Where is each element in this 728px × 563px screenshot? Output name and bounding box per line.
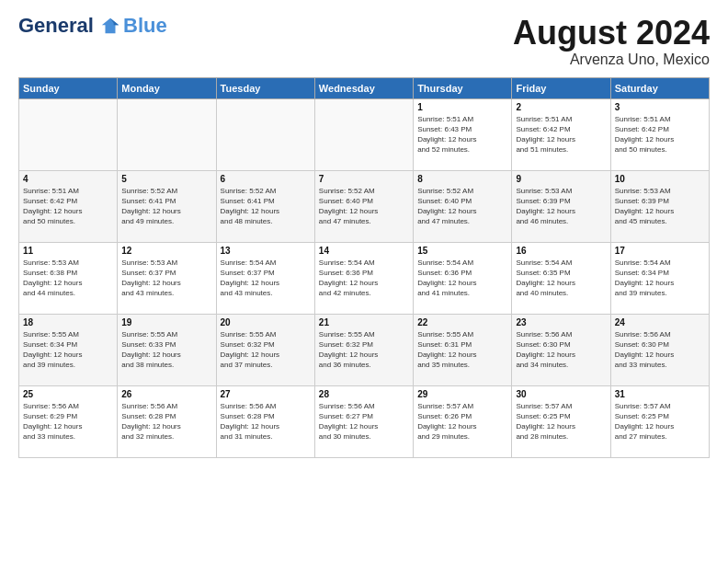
logo: General Blue bbox=[18, 15, 167, 37]
day-info: Sunrise: 5:52 AM Sunset: 6:40 PM Dayligh… bbox=[319, 186, 409, 227]
week-row-2: 4Sunrise: 5:51 AM Sunset: 6:42 PM Daylig… bbox=[19, 170, 710, 242]
day-info: Sunrise: 5:52 AM Sunset: 6:41 PM Dayligh… bbox=[221, 186, 311, 227]
title-block: August 2024 Arvenza Uno, Mexico bbox=[513, 15, 710, 68]
day-cell: 21Sunrise: 5:55 AM Sunset: 6:32 PM Dayli… bbox=[314, 314, 413, 385]
day-cell: 19Sunrise: 5:55 AM Sunset: 6:33 PM Dayli… bbox=[118, 314, 216, 385]
day-number: 18 bbox=[23, 317, 113, 327]
week-row-3: 11Sunrise: 5:53 AM Sunset: 6:38 PM Dayli… bbox=[19, 242, 710, 314]
day-number: 21 bbox=[319, 317, 409, 327]
day-number: 15 bbox=[417, 246, 507, 256]
day-number: 30 bbox=[516, 389, 606, 399]
day-number: 29 bbox=[417, 389, 507, 399]
col-monday: Monday bbox=[118, 77, 216, 98]
day-info: Sunrise: 5:57 AM Sunset: 6:26 PM Dayligh… bbox=[417, 401, 507, 442]
day-info: Sunrise: 5:57 AM Sunset: 6:25 PM Dayligh… bbox=[615, 401, 705, 442]
day-number: 5 bbox=[121, 174, 211, 184]
day-cell: 23Sunrise: 5:56 AM Sunset: 6:30 PM Dayli… bbox=[512, 314, 610, 385]
day-cell: 2Sunrise: 5:51 AM Sunset: 6:42 PM Daylig… bbox=[512, 98, 610, 170]
day-info: Sunrise: 5:54 AM Sunset: 6:34 PM Dayligh… bbox=[615, 258, 705, 299]
col-thursday: Thursday bbox=[414, 77, 512, 98]
day-number: 17 bbox=[615, 246, 705, 256]
day-info: Sunrise: 5:56 AM Sunset: 6:30 PM Dayligh… bbox=[516, 329, 606, 371]
day-cell: 7Sunrise: 5:52 AM Sunset: 6:40 PM Daylig… bbox=[314, 170, 413, 242]
day-number: 11 bbox=[23, 246, 113, 256]
day-cell: 4Sunrise: 5:51 AM Sunset: 6:42 PM Daylig… bbox=[19, 170, 118, 242]
day-number: 13 bbox=[221, 246, 311, 256]
calendar-body: 1Sunrise: 5:51 AM Sunset: 6:43 PM Daylig… bbox=[19, 98, 710, 457]
day-cell: 3Sunrise: 5:51 AM Sunset: 6:42 PM Daylig… bbox=[610, 98, 709, 170]
week-row-1: 1Sunrise: 5:51 AM Sunset: 6:43 PM Daylig… bbox=[19, 98, 710, 170]
day-info: Sunrise: 5:56 AM Sunset: 6:28 PM Dayligh… bbox=[121, 401, 211, 442]
day-info: Sunrise: 5:54 AM Sunset: 6:35 PM Dayligh… bbox=[516, 258, 606, 299]
day-info: Sunrise: 5:53 AM Sunset: 6:39 PM Dayligh… bbox=[615, 186, 705, 227]
day-cell: 28Sunrise: 5:56 AM Sunset: 6:27 PM Dayli… bbox=[314, 385, 413, 457]
day-cell: 26Sunrise: 5:56 AM Sunset: 6:28 PM Dayli… bbox=[118, 385, 216, 457]
day-info: Sunrise: 5:51 AM Sunset: 6:42 PM Dayligh… bbox=[516, 114, 606, 155]
day-number: 24 bbox=[615, 317, 705, 327]
day-info: Sunrise: 5:55 AM Sunset: 6:33 PM Dayligh… bbox=[121, 329, 211, 371]
day-number: 22 bbox=[417, 317, 507, 327]
col-friday: Friday bbox=[512, 77, 610, 98]
day-number: 23 bbox=[516, 317, 606, 327]
day-info: Sunrise: 5:53 AM Sunset: 6:37 PM Dayligh… bbox=[121, 258, 211, 299]
day-number: 25 bbox=[23, 389, 113, 399]
day-number: 7 bbox=[319, 174, 409, 184]
day-info: Sunrise: 5:55 AM Sunset: 6:32 PM Dayligh… bbox=[319, 329, 409, 371]
day-number: 4 bbox=[23, 174, 113, 184]
logo-text: General bbox=[18, 15, 121, 37]
day-info: Sunrise: 5:51 AM Sunset: 6:43 PM Dayligh… bbox=[417, 114, 507, 155]
day-number: 6 bbox=[221, 174, 311, 184]
header: General Blue August 2024 Arvenza Uno, Me… bbox=[18, 15, 710, 68]
day-cell: 31Sunrise: 5:57 AM Sunset: 6:25 PM Dayli… bbox=[610, 385, 709, 457]
day-cell bbox=[118, 98, 216, 170]
day-number: 27 bbox=[221, 389, 311, 399]
day-cell: 24Sunrise: 5:56 AM Sunset: 6:30 PM Dayli… bbox=[610, 314, 709, 385]
day-info: Sunrise: 5:53 AM Sunset: 6:38 PM Dayligh… bbox=[23, 258, 113, 299]
day-info: Sunrise: 5:55 AM Sunset: 6:31 PM Dayligh… bbox=[417, 329, 507, 371]
day-cell: 22Sunrise: 5:55 AM Sunset: 6:31 PM Dayli… bbox=[414, 314, 512, 385]
day-info: Sunrise: 5:54 AM Sunset: 6:37 PM Dayligh… bbox=[221, 258, 311, 299]
day-cell: 29Sunrise: 5:57 AM Sunset: 6:26 PM Dayli… bbox=[414, 385, 512, 457]
col-saturday: Saturday bbox=[610, 77, 709, 98]
day-cell: 5Sunrise: 5:52 AM Sunset: 6:41 PM Daylig… bbox=[118, 170, 216, 242]
day-number: 3 bbox=[615, 102, 705, 112]
day-number: 2 bbox=[516, 102, 606, 112]
day-info: Sunrise: 5:53 AM Sunset: 6:39 PM Dayligh… bbox=[516, 186, 606, 227]
day-cell: 27Sunrise: 5:56 AM Sunset: 6:28 PM Dayli… bbox=[216, 385, 314, 457]
day-info: Sunrise: 5:52 AM Sunset: 6:41 PM Dayligh… bbox=[121, 186, 211, 227]
day-number: 12 bbox=[121, 246, 211, 256]
day-cell: 17Sunrise: 5:54 AM Sunset: 6:34 PM Dayli… bbox=[610, 242, 709, 314]
day-number: 10 bbox=[615, 174, 705, 184]
week-row-4: 18Sunrise: 5:55 AM Sunset: 6:34 PM Dayli… bbox=[19, 314, 710, 385]
day-info: Sunrise: 5:54 AM Sunset: 6:36 PM Dayligh… bbox=[417, 258, 507, 299]
day-cell bbox=[314, 98, 413, 170]
day-cell: 12Sunrise: 5:53 AM Sunset: 6:37 PM Dayli… bbox=[118, 242, 216, 314]
col-wednesday: Wednesday bbox=[314, 77, 413, 98]
col-tuesday: Tuesday bbox=[216, 77, 314, 98]
day-number: 16 bbox=[516, 246, 606, 256]
day-cell: 15Sunrise: 5:54 AM Sunset: 6:36 PM Dayli… bbox=[414, 242, 512, 314]
month-title: August 2024 bbox=[513, 15, 710, 52]
day-cell: 13Sunrise: 5:54 AM Sunset: 6:37 PM Dayli… bbox=[216, 242, 314, 314]
day-cell: 8Sunrise: 5:52 AM Sunset: 6:40 PM Daylig… bbox=[414, 170, 512, 242]
day-number: 26 bbox=[121, 389, 211, 399]
day-number: 19 bbox=[121, 317, 211, 327]
day-number: 31 bbox=[615, 389, 705, 399]
day-info: Sunrise: 5:52 AM Sunset: 6:40 PM Dayligh… bbox=[417, 186, 507, 227]
day-info: Sunrise: 5:56 AM Sunset: 6:29 PM Dayligh… bbox=[23, 401, 113, 442]
logo-icon bbox=[100, 17, 120, 37]
day-cell: 10Sunrise: 5:53 AM Sunset: 6:39 PM Dayli… bbox=[610, 170, 709, 242]
day-cell: 14Sunrise: 5:54 AM Sunset: 6:36 PM Dayli… bbox=[314, 242, 413, 314]
day-number: 14 bbox=[319, 246, 409, 256]
day-cell bbox=[216, 98, 314, 170]
day-number: 1 bbox=[417, 102, 507, 112]
day-cell: 20Sunrise: 5:55 AM Sunset: 6:32 PM Dayli… bbox=[216, 314, 314, 385]
col-sunday: Sunday bbox=[19, 77, 118, 98]
day-cell: 16Sunrise: 5:54 AM Sunset: 6:35 PM Dayli… bbox=[512, 242, 610, 314]
day-number: 8 bbox=[417, 174, 507, 184]
day-info: Sunrise: 5:54 AM Sunset: 6:36 PM Dayligh… bbox=[319, 258, 409, 299]
day-info: Sunrise: 5:56 AM Sunset: 6:30 PM Dayligh… bbox=[615, 329, 705, 371]
calendar-table: Sunday Monday Tuesday Wednesday Thursday… bbox=[18, 77, 710, 458]
day-info: Sunrise: 5:55 AM Sunset: 6:32 PM Dayligh… bbox=[221, 329, 311, 371]
day-info: Sunrise: 5:57 AM Sunset: 6:25 PM Dayligh… bbox=[516, 401, 606, 442]
